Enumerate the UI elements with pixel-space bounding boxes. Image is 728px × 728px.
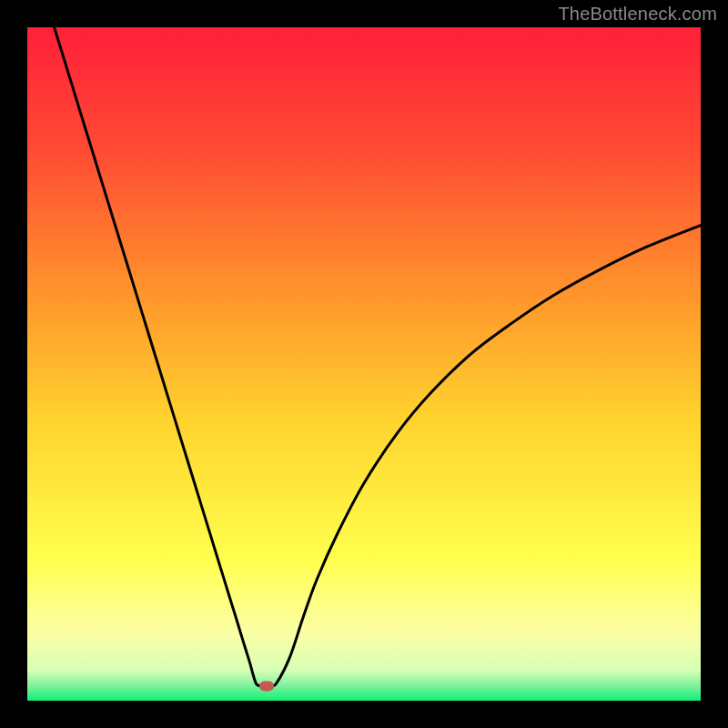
plot-area [27,27,701,701]
chart-frame: TheBottleneck.com [0,0,728,728]
minimum-marker [259,681,274,691]
watermark-text: TheBottleneck.com [558,4,717,25]
bottleneck-curve [27,27,701,701]
